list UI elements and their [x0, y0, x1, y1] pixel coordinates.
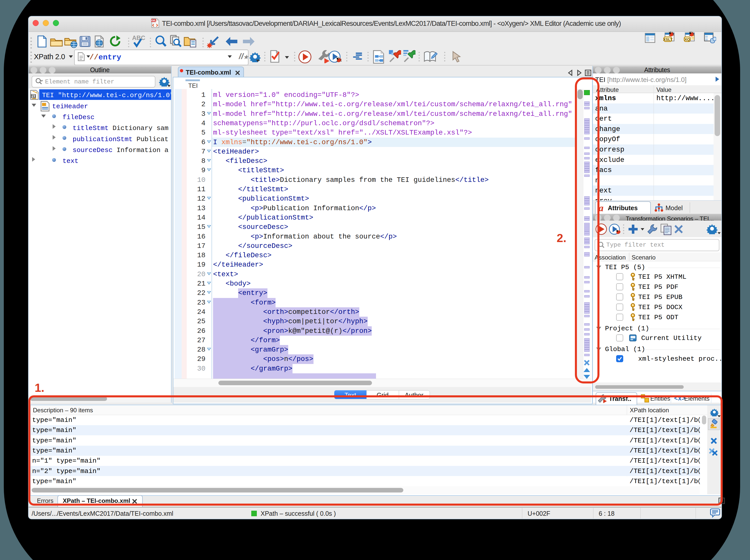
svg-text:XSLT: XSLT: [663, 37, 672, 41]
svg-text:TEI: TEI: [31, 95, 36, 98]
svg-text:XML: XML: [151, 19, 156, 22]
svg-text:ABC: ABC: [132, 34, 145, 41]
svg-text:XQ: XQ: [685, 37, 690, 41]
